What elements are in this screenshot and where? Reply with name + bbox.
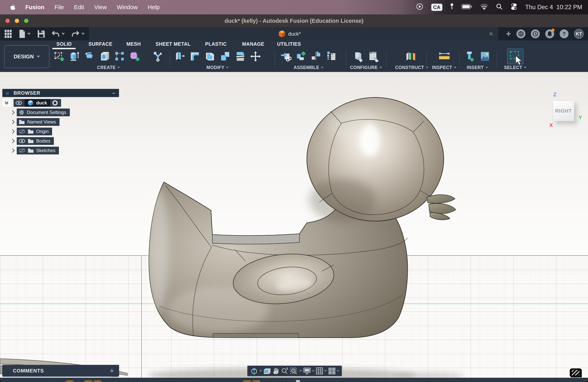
timeline-item-extrude[interactable] (94, 381, 101, 382)
timeline-item-suppress[interactable] (104, 381, 110, 382)
timeline-item-sketch[interactable] (215, 381, 222, 382)
timeline-item-extrude[interactable] (85, 381, 92, 382)
menu-file[interactable]: File (54, 4, 64, 11)
browser-row-duck[interactable]: duck (2, 99, 119, 107)
tab-surface[interactable]: SURFACE (88, 41, 112, 47)
browser-row-bodies[interactable]: Bodies (8, 137, 119, 145)
timeline-item-form[interactable] (262, 381, 269, 382)
timeline-item-move[interactable] (131, 381, 138, 382)
timeline-item-extrude[interactable] (169, 381, 176, 382)
comments-bar[interactable]: COMMENTS + (2, 365, 119, 377)
display-caret-icon[interactable] (312, 370, 315, 372)
timeline-item-extrude[interactable] (150, 381, 157, 382)
grid-settings-button[interactable] (315, 367, 327, 375)
eye-icon[interactable] (19, 138, 25, 144)
timeline-item-form[interactable] (225, 381, 232, 382)
eye-hidden-icon[interactable] (19, 129, 25, 134)
input-source-badge[interactable]: CA (431, 4, 442, 11)
tab-utilities[interactable]: UTILITIES (277, 41, 301, 47)
assistant-badge[interactable] (570, 368, 582, 377)
collapse-chevron-icon[interactable] (10, 110, 15, 115)
spotlight-search-icon[interactable] (496, 3, 503, 11)
press-pull-button[interactable] (173, 50, 186, 63)
timeline-item-extrude[interactable] (178, 381, 185, 382)
browser-row-sketches[interactable]: Sketches (8, 147, 119, 154)
collapse-chevron-icon[interactable] (10, 149, 15, 153)
control-center-icon[interactable] (510, 3, 517, 11)
browser-row-named-views[interactable]: Named Views (8, 118, 119, 126)
timeline-item-extrude[interactable] (66, 381, 73, 382)
combine-button[interactable] (219, 50, 231, 63)
create-group-label[interactable]: CREATE (97, 65, 120, 70)
timeline-item-form[interactable] (57, 381, 64, 382)
redo-button[interactable] (72, 30, 85, 37)
viewports-caret-icon[interactable] (336, 370, 339, 372)
menubar-clock[interactable]: Thu Dec 4 10:22 PM (525, 4, 582, 11)
browser-collapse-icon[interactable]: « (6, 90, 9, 96)
pin-icon[interactable] (450, 3, 454, 12)
menu-help[interactable]: Help (148, 4, 160, 11)
assemble-group-label[interactable]: ASSEMBLE (294, 65, 324, 70)
timeline-playhead[interactable] (297, 380, 299, 382)
viewports-button[interactable] (328, 367, 339, 375)
timeline-item-sketch[interactable] (243, 381, 251, 382)
orbit-caret-icon[interactable] (259, 370, 262, 372)
apple-menu-icon[interactable] (10, 4, 15, 10)
timeline-item-sketch[interactable] (253, 381, 260, 382)
configure-part-button[interactable] (352, 50, 365, 63)
construct-plane-button[interactable] (400, 50, 423, 63)
timeline-item-sketch[interactable] (113, 381, 120, 382)
move-copy-button[interactable] (249, 50, 262, 63)
timeline-item-extrude[interactable] (122, 381, 129, 382)
save-button[interactable] (37, 30, 45, 38)
browser-header[interactable]: « BROWSER – (2, 89, 119, 97)
viewcube[interactable]: RIGHT (553, 101, 574, 121)
collapse-chevron-icon[interactable] (10, 120, 15, 124)
tab-sheet-metal[interactable]: SHEET METAL (156, 41, 190, 47)
joint-button[interactable] (310, 50, 322, 63)
timeline-item-sketch[interactable] (197, 381, 204, 382)
grid-caret-icon[interactable] (324, 370, 327, 372)
web-rib-button[interactable] (152, 50, 164, 63)
tab-solid[interactable]: SOLID (56, 41, 72, 47)
collapse-chevron-icon[interactable] (10, 129, 15, 134)
timeline-item-sketch[interactable] (206, 381, 213, 382)
user-avatar[interactable]: KT (574, 29, 584, 39)
tab-plastic[interactable]: PLASTIC (205, 41, 227, 47)
app-grid-icon[interactable] (4, 29, 12, 38)
measure-button[interactable] (433, 50, 456, 63)
collapse-chevron-icon[interactable] (10, 139, 15, 143)
timeline-item-face[interactable] (188, 381, 194, 382)
revolve-button[interactable] (83, 50, 96, 63)
fit-caret-icon[interactable] (299, 370, 302, 372)
menu-edit[interactable]: Edit (74, 4, 84, 11)
timeline-item-move[interactable] (281, 381, 288, 382)
fit-view-button[interactable] (290, 367, 302, 375)
battery-icon[interactable] (462, 4, 472, 11)
menu-window[interactable]: Window (117, 4, 138, 11)
eye-icon[interactable] (16, 101, 22, 105)
fillet-button[interactable] (189, 50, 201, 63)
configure-group-label[interactable]: CONFIGURE (350, 65, 382, 70)
insert-derive-button[interactable] (280, 50, 292, 63)
timeline-item-sketch[interactable] (141, 381, 148, 382)
workspace-selector[interactable]: DESIGN (4, 45, 49, 68)
notifications-bell-icon[interactable] (545, 29, 554, 38)
screen-mirroring-icon[interactable] (416, 3, 423, 12)
document-tab-duck[interactable]: duck* (278, 30, 301, 38)
pan-tool-button[interactable] (272, 367, 280, 375)
file-menu-button[interactable] (19, 29, 31, 38)
configuration-table-button[interactable] (367, 50, 380, 63)
menu-fusion[interactable]: Fusion (25, 4, 44, 11)
timeline-item-move[interactable] (75, 381, 83, 382)
insert-canvas-button[interactable] (479, 50, 491, 63)
timeline-item-extrude[interactable] (159, 381, 167, 382)
extensions-icon[interactable] (516, 29, 525, 38)
tab-mesh[interactable]: MESH (126, 41, 141, 47)
timeline-item-move[interactable] (272, 381, 278, 382)
menu-view[interactable]: View (94, 4, 106, 11)
modify-group-label[interactable]: MODIFY (207, 65, 229, 70)
insert-group-label[interactable]: INSERT (467, 65, 488, 70)
browser-row-document-settings[interactable]: Document Settings (8, 108, 119, 116)
undo-button[interactable] (52, 30, 65, 37)
